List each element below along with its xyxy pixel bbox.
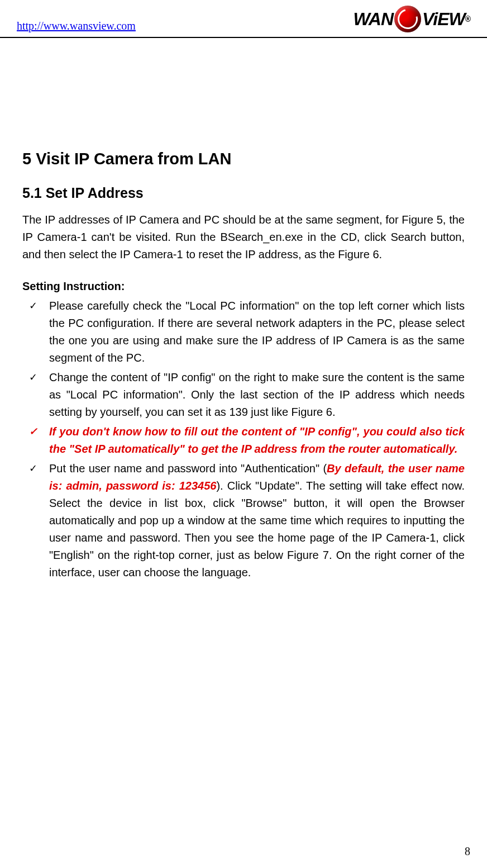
list-item-text-post: ). Click "Update". The setting will take…	[49, 480, 465, 578]
instruction-list: ✓ Please carefully check the "Local PC i…	[22, 297, 465, 581]
setting-instruction-label: Setting Instruction:	[22, 280, 465, 293]
header-url-link[interactable]: http://www.wansview.com	[17, 20, 136, 32]
check-icon: ✓	[29, 424, 37, 440]
logo-swirl-icon	[394, 6, 421, 32]
logo-text-view: ViEW	[422, 9, 465, 30]
list-item: ✓ Put the user name and password into "A…	[22, 460, 465, 581]
logo-registered-mark: ®	[465, 15, 470, 23]
wansview-logo: WAN ViEW ®	[353, 6, 470, 32]
list-item: ✓ Please carefully check the "Local PC i…	[22, 297, 465, 367]
list-item-text: Change the content of "IP config" on the…	[49, 371, 465, 418]
check-icon: ✓	[29, 370, 37, 386]
list-item-text-highlighted: If you don't know how to fill out the co…	[49, 425, 465, 455]
intro-paragraph: The IP addresses of IP Camera and PC sho…	[22, 211, 465, 263]
check-icon: ✓	[29, 298, 37, 314]
page-content: 5 Visit IP Camera from LAN 5.1 Set IP Ad…	[0, 38, 487, 581]
list-item-text: Please carefully check the "Local PC inf…	[49, 300, 465, 364]
logo-text-wan: WAN	[353, 9, 393, 30]
check-icon: ✓	[29, 461, 37, 477]
list-item-text-pre: Put the user name and password into "Aut…	[49, 462, 327, 475]
heading-1: 5 Visit IP Camera from LAN	[22, 150, 465, 168]
heading-2: 5.1 Set IP Address	[22, 185, 465, 201]
page-header: http://www.wansview.com WAN ViEW ®	[0, 0, 487, 38]
list-item: ✓ If you don't know how to fill out the …	[22, 423, 465, 458]
page-number: 8	[465, 845, 470, 858]
list-item: ✓ Change the content of "IP config" on t…	[22, 369, 465, 421]
